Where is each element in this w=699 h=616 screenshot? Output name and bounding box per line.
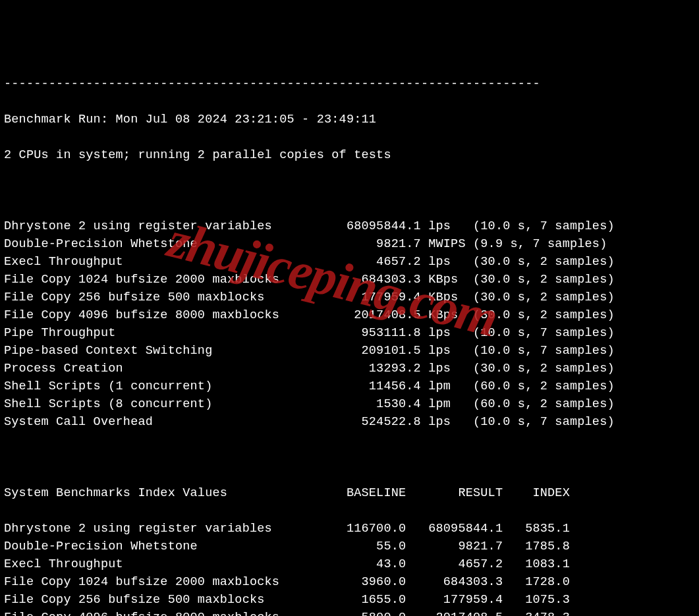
result-row: System Call Overhead 524522.8 lps (10.0 … [4,413,699,431]
blank-line [4,182,699,200]
index-row: Execl Throughput 43.0 4657.2 1083.1 [4,555,699,573]
result-row: Pipe Throughput 953111.8 lps (10.0 s, 7 … [4,324,699,342]
separator-line: ----------------------------------------… [4,75,699,93]
index-row: File Copy 256 bufsize 500 maxblocks 1655… [4,591,699,609]
index-row: File Copy 4096 bufsize 8000 maxblocks 58… [4,609,699,616]
result-row: Dhrystone 2 using register variables 680… [4,217,699,235]
index-row: Double-Precision Whetstone 55.0 9821.7 1… [4,538,699,555]
result-row: File Copy 1024 bufsize 2000 maxblocks 68… [4,271,699,289]
result-row: File Copy 4096 bufsize 8000 maxblocks 20… [4,306,699,324]
blank-line [4,449,699,466]
result-row: Pipe-based Context Switching 209101.5 lp… [4,342,699,360]
result-row: File Copy 256 bufsize 500 maxblocks 1779… [4,289,699,306]
index-block: Dhrystone 2 using register variables 116… [4,520,699,616]
result-row: Double-Precision Whetstone 9821.7 MWIPS … [4,235,699,253]
benchmark-run-line: Benchmark Run: Mon Jul 08 2024 23:21:05 … [4,111,699,128]
index-header-line: System Benchmarks Index Values BASELINE … [4,484,699,502]
index-row: File Copy 1024 bufsize 2000 maxblocks 39… [4,573,699,591]
result-row: Execl Throughput 4657.2 lps (30.0 s, 2 s… [4,253,699,271]
cpu-info-line: 2 CPUs in system; running 2 parallel cop… [4,146,699,164]
result-row: Process Creation 13293.2 lps (30.0 s, 2 … [4,360,699,378]
result-row: Shell Scripts (1 concurrent) 11456.4 lpm… [4,378,699,395]
result-row: Shell Scripts (8 concurrent) 1530.4 lpm … [4,395,699,413]
results-block: Dhrystone 2 using register variables 680… [4,217,699,431]
index-row: Dhrystone 2 using register variables 116… [4,520,699,538]
